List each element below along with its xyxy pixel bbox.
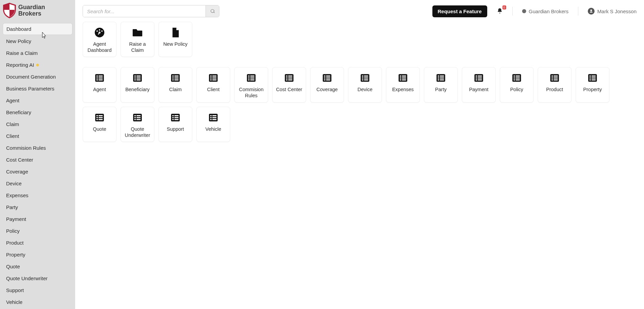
- card-tile[interactable]: Commision Rules: [234, 67, 268, 102]
- sidebar-item[interactable]: Client: [3, 130, 72, 142]
- card-label: Commision Rules: [237, 86, 266, 99]
- sidebar-item-label: Claim: [6, 121, 19, 127]
- sidebar-item-label: Reporting AI: [6, 62, 34, 68]
- card-tile[interactable]: Agent Dashboard: [83, 22, 116, 57]
- sidebar-item[interactable]: Document Generation: [3, 71, 72, 82]
- list-icon: [397, 72, 409, 84]
- card-tile[interactable]: New Policy: [158, 22, 192, 57]
- list-icon: [587, 72, 598, 84]
- sidebar-item[interactable]: Raise a Claim: [3, 47, 72, 59]
- sidebar-item-label: Beneficiary: [6, 109, 31, 115]
- sidebar-item[interactable]: Vehicle: [3, 296, 72, 308]
- card-label: Quote Underwriter: [123, 126, 152, 138]
- sidebar: Guardian Brokers DashboardNew PolicyRais…: [0, 0, 75, 309]
- card-label: Payment: [469, 86, 488, 92]
- list-icon: [435, 72, 447, 84]
- brand-logo[interactable]: Guardian Brokers: [0, 1, 75, 21]
- topbar: Request a Feature 0 Guardian Brokers Mar…: [75, 0, 644, 19]
- sidebar-item-label: New Policy: [6, 38, 31, 44]
- sidebar-item[interactable]: Party: [3, 202, 72, 213]
- search-icon: [210, 9, 215, 14]
- sidebar-item-label: Business Parameters: [6, 86, 55, 91]
- sidebar-item[interactable]: Claim: [3, 119, 72, 130]
- card-label: Vehicle: [206, 126, 221, 132]
- list-icon: [245, 72, 257, 84]
- sidebar-item-label: Party: [6, 204, 18, 210]
- sidebar-item[interactable]: New Policy: [3, 36, 72, 47]
- sidebar-item-label: Quote: [6, 264, 20, 269]
- card-label: Device: [358, 86, 372, 92]
- sidebar-item-label: Device: [6, 181, 22, 186]
- card-tile[interactable]: Coverage: [310, 67, 344, 102]
- sidebar-item[interactable]: Commision Rules: [3, 142, 72, 153]
- sidebar-item[interactable]: Cost Center: [3, 154, 72, 165]
- notifications-button[interactable]: 0: [497, 7, 503, 15]
- card-tile[interactable]: Agent: [83, 67, 116, 102]
- card-tile[interactable]: Product: [538, 67, 572, 102]
- card-label: Party: [435, 86, 447, 92]
- search-button[interactable]: [206, 5, 219, 17]
- sidebar-item[interactable]: Expenses: [3, 190, 72, 201]
- sidebar-item[interactable]: Device: [3, 178, 72, 189]
- card-tile[interactable]: Quote: [83, 107, 116, 142]
- sidebar-item[interactable]: Policy: [3, 225, 72, 236]
- sidebar-item[interactable]: Quote Underwriter: [3, 273, 72, 284]
- list-icon: [208, 112, 219, 123]
- card-tile[interactable]: Device: [348, 67, 382, 102]
- sidebar-item[interactable]: Payment: [3, 213, 72, 225]
- sidebar-item[interactable]: Business Parameters: [3, 83, 72, 94]
- card-tile[interactable]: Party: [424, 67, 458, 102]
- list-icon: [511, 72, 522, 84]
- brand-line1: Guardian: [18, 4, 45, 11]
- list-icon: [359, 72, 371, 84]
- card-label: Agent Dashboard: [85, 41, 114, 53]
- user-avatar-icon: [588, 8, 595, 15]
- sidebar-item[interactable]: Dashboard: [3, 23, 72, 35]
- brand-text: Guardian Brokers: [18, 4, 45, 17]
- card-tile[interactable]: Vehicle: [196, 107, 230, 142]
- user-menu[interactable]: Mark S Jonesson: [588, 8, 637, 15]
- card-tile[interactable]: Beneficiary: [121, 67, 154, 102]
- brand-line2: Brokers: [18, 11, 45, 17]
- card-label: Coverage: [317, 86, 338, 92]
- card-tile[interactable]: Expenses: [386, 67, 420, 102]
- list-icon: [283, 72, 295, 84]
- sidebar-item[interactable]: Coverage: [3, 166, 72, 177]
- sidebar-item[interactable]: Quote: [3, 261, 72, 272]
- request-feature-button[interactable]: Request a Feature: [432, 5, 487, 17]
- sidebar-item-label: Payment: [6, 216, 26, 222]
- sidebar-item-label: Commision Rules: [6, 145, 46, 151]
- sidebar-item-label: Expenses: [6, 192, 28, 198]
- card-tile[interactable]: Claim: [158, 67, 192, 102]
- search-input[interactable]: [83, 5, 206, 17]
- card-label: New Policy: [163, 41, 188, 47]
- sidebar-item-label: Agent: [6, 98, 19, 103]
- list-icon: [94, 112, 105, 123]
- sidebar-item[interactable]: Product: [3, 237, 72, 248]
- card-tile[interactable]: Client: [196, 67, 230, 102]
- card-label: Beneficiary: [125, 86, 150, 92]
- card-label: Support: [167, 126, 184, 132]
- card-tile[interactable]: Payment: [462, 67, 496, 102]
- sidebar-item[interactable]: Agent: [3, 95, 72, 106]
- sidebar-item-label: Dashboard: [6, 26, 31, 32]
- sidebar-item[interactable]: Support: [3, 285, 72, 296]
- list-icon: [208, 72, 219, 84]
- card-label: Agent: [93, 86, 106, 92]
- card-tile[interactable]: Policy: [500, 67, 534, 102]
- card-tile[interactable]: Quote Underwriter: [121, 107, 154, 142]
- card-tile[interactable]: Property: [576, 67, 609, 102]
- topbar-right: Request a Feature 0 Guardian Brokers Mar…: [432, 5, 637, 17]
- org-switcher[interactable]: Guardian Brokers: [522, 8, 569, 14]
- sidebar-nav: DashboardNew PolicyRaise a ClaimReportin…: [0, 21, 75, 309]
- sidebar-item-label: Policy: [6, 228, 20, 234]
- card-tile[interactable]: Support: [158, 107, 192, 142]
- sidebar-item[interactable]: Reporting AI: [3, 59, 72, 70]
- card-label: Quote: [93, 126, 106, 132]
- card-tile[interactable]: Raise a Claim: [121, 22, 154, 57]
- sidebar-item[interactable]: Property: [3, 249, 72, 260]
- card-label: Client: [207, 86, 219, 92]
- sidebar-item[interactable]: Beneficiary: [3, 107, 72, 118]
- card-tile[interactable]: Cost Center: [272, 67, 306, 102]
- sidebar-item-label: Client: [6, 133, 19, 139]
